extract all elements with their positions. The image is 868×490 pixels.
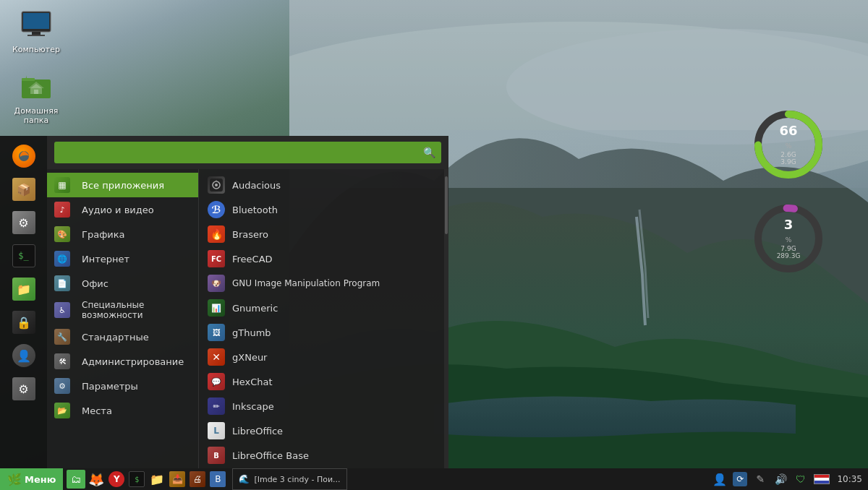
panel-lock-icon[interactable]: 🔒 [9,308,38,337]
cat-internet-label: Интернет [82,254,129,265]
menu-cat-audio[interactable]: ♪ Аудио и видео [47,197,198,222]
search-input[interactable] [61,142,420,163]
apps-scrollbar[interactable] [444,169,448,471]
desktop-icon-home[interactable]: Домашняя папка [7,69,65,125]
cpu-percent: 66 [779,124,797,137]
cat-audio-label: Аудио и видео [82,205,154,215]
taskbar-icon-yandex[interactable]: Y [107,470,126,489]
menu-search-area: 🔍 [47,136,448,169]
app-lobase[interactable]: B LibreOffice Base [199,443,448,468]
svg-rect-11 [22,78,35,81]
taskbar-pencil-icon[interactable]: ✎ [752,470,769,488]
panel-firefox-icon[interactable] [9,142,38,171]
cat-graphics-label: Графика [82,229,125,240]
left-panel: 📦 ⚙ $_ 📁 🔒 👤 [0,136,47,468]
taskbar-icon-img1[interactable]: 📥 [168,470,187,489]
apps-scrollbar-thumb[interactable] [445,176,448,234]
taskbar-flag-icon[interactable] [813,473,830,485]
taskbar-active-window[interactable]: 🌊 [Imde 3 cindy - Пои... [232,468,346,490]
svg-rect-6 [23,13,49,29]
menu-content: ▦ Все приложения ♪ Аудио и видео 🎨 Графи… [47,169,448,471]
app-gthumb[interactable]: 🖼 gThumb [199,320,448,345]
ram-val1: 7.9G [777,245,801,252]
all-apps-label: Все приложения [82,180,164,191]
taskbar-icon-app3[interactable]: B [208,470,227,489]
menu-all-apps[interactable]: ▦ Все приложения [47,173,198,197]
app-libreoffice-label: LibreOffice [232,426,283,437]
cat-settings-label: Параметры [82,381,138,392]
app-inkscape-label: Inkscape [232,401,274,412]
svg-rect-7 [32,32,41,35]
app-gimp[interactable]: 🐶 GNU Image Manipulation Program [199,271,448,296]
taskbar-update-icon[interactable]: ⟳ [731,470,749,488]
svg-rect-8 [27,35,45,36]
app-lobase-label: LibreOffice Base [232,450,309,461]
panel-package-icon[interactable]: ⚙ [9,374,38,403]
taskbar: 🌿 Меню 🗂 🦊 Y $ 📁 📥 🖨 [0,468,868,490]
panel-terminal-icon[interactable]: $_ [9,241,38,270]
computer-icon-image [19,7,54,42]
cat-office-label: Офис [82,278,109,289]
app-hexchat[interactable]: 💬 HexChat [199,369,448,394]
app-gnumeric-label: Gnumeric [232,303,278,314]
menu-cat-standard[interactable]: 🔧 Стандартные [47,324,198,349]
app-bluetooth-label: Bluetooth [232,205,278,215]
menu-cat-graphics[interactable]: 🎨 Графика [47,222,198,246]
taskbar-time: 10:35 [837,474,862,484]
menu-cat-special[interactable]: ♿ Специальные возможности [47,296,198,324]
app-gxneur-label: gXNeur [232,352,267,363]
panel-files-icon[interactable]: 📦 [9,175,38,204]
app-audacious-label: Audacious [232,180,281,191]
ram-gauge-text: 3 % 7.9G 289.3G [777,218,801,259]
menu-cat-settings[interactable]: ⚙ Параметры [47,374,198,398]
gauges-container: 66 % 2.6G 3.9G 3 % 7.9G 289.3G [752,108,825,296]
cat-standard-label: Стандартные [82,332,149,343]
app-gimp-label: GNU Image Manipulation Program [232,278,380,288]
taskbar-shield-icon[interactable]: 🛡 [792,470,809,488]
home-icon-image [19,69,54,103]
ram-gauge: 3 % 7.9G 289.3G [752,202,825,275]
app-bluetooth[interactable]: ℬ Bluetooth [199,197,448,222]
menu-cat-internet[interactable]: 🌐 Интернет [47,246,198,271]
ram-val2: 289.3G [777,252,801,259]
app-gxneur[interactable]: ✕ gXNeur [199,345,448,369]
svg-rect-14 [34,90,38,94]
panel-folder-icon[interactable]: 📁 [9,275,38,304]
app-brasero[interactable]: 🔥 Brasero [199,222,448,246]
menu-cat-admin[interactable]: 🛠 Администрирование [47,349,198,374]
menu-categories: ▦ Все приложения ♪ Аудио и видео 🎨 Графи… [47,169,199,471]
menu-apps-list[interactable]: Audacious ℬ Bluetooth 🔥 Brasero [199,169,448,471]
cpu-gauge-text: 66 % 2.6G 3.9G [779,124,797,166]
taskbar-user-icon[interactable]: 👤 [711,470,728,488]
cpu-val2: 3.9G [779,158,797,166]
search-box-container: 🔍 [54,142,441,163]
menu-cat-office[interactable]: 📄 Офис [47,271,198,296]
app-freecad[interactable]: FC FreeCAD [199,246,448,271]
desktop-icon-computer[interactable]: Компьютер [7,7,65,54]
taskbar-icon-firefox[interactable]: 🦊 [87,470,106,489]
taskbar-icon-img2[interactable]: 🖨 [188,470,207,489]
menu-panel: 🔍 ▦ Все приложения ♪ Аудио и видео 🎨 Гра… [47,136,448,471]
home-icon-label: Домашняя папка [7,106,65,125]
menu-cat-places[interactable]: 📂 Места [47,398,198,423]
app-audacious[interactable]: Audacious [199,173,448,197]
cat-special-label: Специальные возможности [82,300,191,320]
taskbar-icon-terminal[interactable]: $ [127,470,146,489]
taskbar-icon-filemanager[interactable]: 🗂 [67,470,85,489]
app-inkscape[interactable]: ✏ Inkscape [199,394,448,418]
app-freecad-label: FreeCAD [232,254,273,265]
taskbar-menu-button[interactable]: 🌿 Меню [0,468,63,490]
computer-icon-label: Компьютер [12,45,60,54]
desktop-icons: Компьютер Домашняя папка [7,7,65,140]
panel-gear-icon[interactable]: ⚙ [9,208,38,237]
panel-user-icon[interactable]: 👤 [9,341,38,370]
cpu-val1: 2.6G [779,151,797,158]
taskbar-volume-icon[interactable]: 🔊 [772,470,789,488]
cpu-gauge: 66 % 2.6G 3.9G [752,108,825,181]
taskbar-right-area: 👤 ⟳ ✎ 🔊 🛡 10:35 [704,468,868,490]
search-submit-icon[interactable]: 🔍 [423,147,435,158]
svg-point-22 [215,184,218,186]
app-libreoffice[interactable]: L LibreOffice [199,418,448,443]
app-gnumeric[interactable]: 📊 Gnumeric [199,296,448,320]
taskbar-icon-files2[interactable]: 📁 [148,470,166,489]
